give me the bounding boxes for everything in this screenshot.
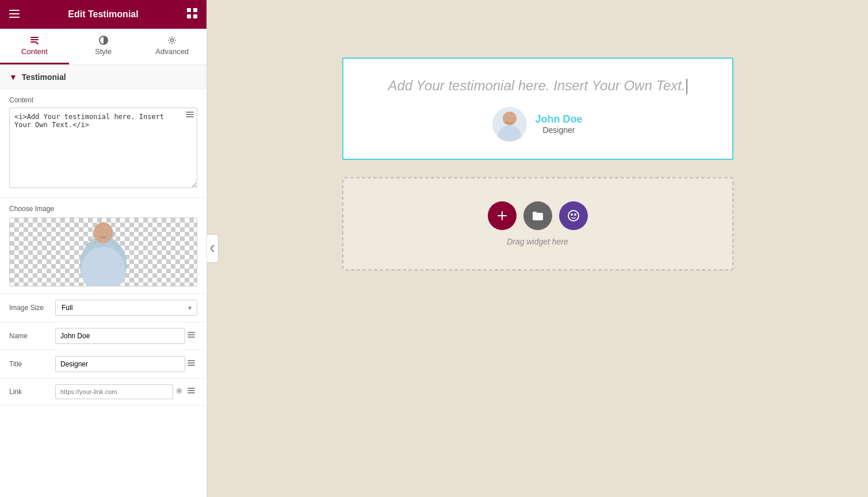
content-dynamic-icon[interactable] xyxy=(186,111,194,121)
collapse-handle[interactable] xyxy=(207,234,219,263)
svg-rect-21 xyxy=(188,337,195,338)
title-input-wrapper xyxy=(55,356,197,372)
smiley-btn[interactable] xyxy=(559,201,588,230)
svg-rect-24 xyxy=(188,365,195,366)
link-settings-btn[interactable] xyxy=(173,387,185,396)
testimonial-widget[interactable]: Add Your testimonial here. Insert Your O… xyxy=(342,58,733,160)
name-label: Name xyxy=(9,332,55,340)
collapse-arrow: ▼ xyxy=(9,72,17,82)
svg-rect-12 xyxy=(186,112,194,113)
author-avatar xyxy=(492,107,527,142)
svg-point-11 xyxy=(171,39,174,42)
svg-point-18 xyxy=(94,222,113,243)
svg-rect-4 xyxy=(193,8,197,12)
image-size-row: Image Size Full Medium Thumbnail ▼ xyxy=(0,294,207,322)
svg-point-33 xyxy=(568,211,579,221)
drop-zone[interactable]: Drag widget here xyxy=(342,177,733,270)
tab-advanced-label: Advanced xyxy=(155,47,189,56)
name-input[interactable] xyxy=(55,328,185,344)
svg-rect-32 xyxy=(498,215,507,216)
name-input-wrapper xyxy=(55,328,197,344)
svg-rect-3 xyxy=(187,8,191,12)
folder-btn[interactable] xyxy=(523,201,552,230)
svg-point-34 xyxy=(571,214,572,215)
svg-rect-1 xyxy=(9,13,20,14)
content-textarea[interactable]: <i>Add Your testimonial here. Insert You… xyxy=(9,108,197,188)
grid-icon[interactable] xyxy=(187,8,197,21)
link-row: Link xyxy=(0,379,207,406)
svg-rect-20 xyxy=(188,334,195,335)
svg-rect-19 xyxy=(188,332,195,333)
left-panel: Edit Testimonial Content xyxy=(0,0,207,497)
svg-point-30 xyxy=(498,125,521,142)
svg-point-25 xyxy=(178,390,181,392)
link-dynamic-btn[interactable] xyxy=(185,387,197,396)
title-label: Title xyxy=(9,360,55,368)
tab-style[interactable]: Style xyxy=(69,29,138,64)
author-info: John Doe Designer xyxy=(535,113,582,135)
svg-rect-28 xyxy=(188,392,195,393)
title-row: Title xyxy=(0,350,207,379)
image-size-select[interactable]: Full Medium Thumbnail xyxy=(55,300,197,316)
svg-rect-13 xyxy=(186,114,194,115)
image-field-group: Choose Image xyxy=(0,198,207,294)
svg-rect-22 xyxy=(188,360,195,361)
content-label: Content xyxy=(9,96,197,104)
drop-zone-text: Drag widget here xyxy=(507,237,568,246)
section-testimonial[interactable]: ▼ Testimonial xyxy=(0,66,207,89)
add-widget-btn[interactable] xyxy=(488,201,517,230)
svg-rect-9 xyxy=(30,41,36,43)
name-dynamic-btn[interactable] xyxy=(185,331,197,341)
svg-rect-27 xyxy=(188,390,195,391)
svg-rect-23 xyxy=(188,362,195,364)
content-field-group: Content <i>Add Your testimonial here. In… xyxy=(0,89,207,198)
section-title-text: Testimonial xyxy=(22,72,66,82)
image-size-select-wrapper: Full Medium Thumbnail ▼ xyxy=(55,300,197,316)
author-title-display: Designer xyxy=(535,125,582,135)
name-row: Name xyxy=(0,322,207,350)
panel-title: Edit Testimonial xyxy=(68,9,138,20)
testimonial-text: Add Your testimonial here. Insert Your O… xyxy=(366,76,709,95)
tab-advanced[interactable]: Advanced xyxy=(137,29,207,64)
image-size-label: Image Size xyxy=(9,304,55,312)
tabs-row: Content Style Advanced xyxy=(0,29,207,66)
canvas: Add Your testimonial here. Insert Your O… xyxy=(207,0,868,497)
tab-style-label: Style xyxy=(95,47,112,56)
tab-content-label: Content xyxy=(21,47,48,56)
title-input[interactable] xyxy=(55,356,185,372)
svg-point-35 xyxy=(575,214,576,215)
svg-rect-7 xyxy=(30,37,39,38)
svg-rect-14 xyxy=(186,116,194,117)
svg-rect-26 xyxy=(188,388,195,389)
drop-zone-buttons xyxy=(488,201,588,230)
svg-rect-2 xyxy=(9,17,20,18)
panel-header: Edit Testimonial xyxy=(0,0,207,29)
choose-image-label: Choose Image xyxy=(9,205,197,213)
svg-rect-0 xyxy=(9,10,20,11)
link-input[interactable] xyxy=(55,384,173,399)
svg-rect-8 xyxy=(30,39,39,40)
image-preview[interactable] xyxy=(9,217,197,286)
hamburger-icon[interactable] xyxy=(9,9,20,21)
testimonial-author: John Doe Designer xyxy=(366,107,709,142)
author-name: John Doe xyxy=(535,113,582,125)
link-input-wrapper xyxy=(55,384,197,399)
svg-rect-5 xyxy=(187,14,191,18)
title-dynamic-btn[interactable] xyxy=(185,360,197,369)
svg-rect-6 xyxy=(193,14,197,18)
tab-content[interactable]: Content xyxy=(0,29,69,64)
link-label: Link xyxy=(9,388,55,396)
